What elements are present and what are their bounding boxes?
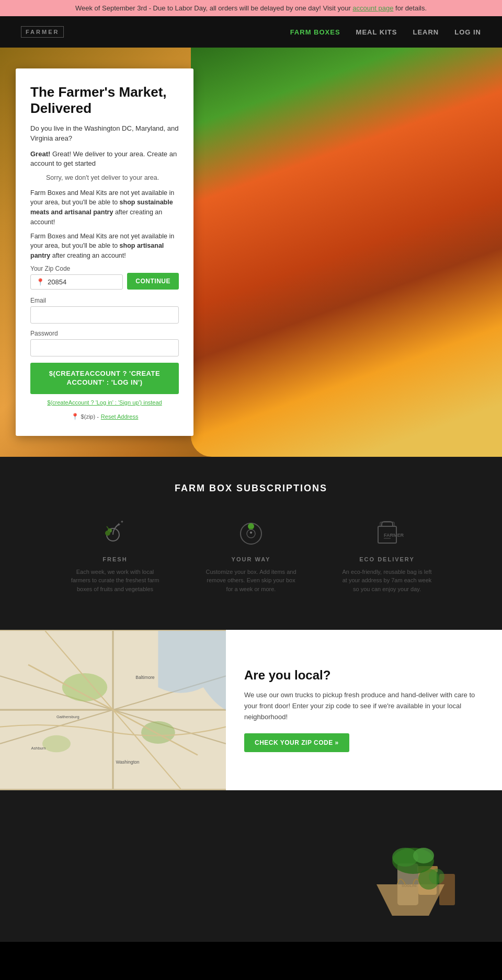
svg-text:Gaithersburg: Gaithersburg	[56, 715, 79, 720]
email-label: Email	[30, 297, 179, 304]
svg-point-8	[250, 532, 252, 534]
subscription-item-eco-delivery: FARMER ECO DELIVERY An eco-friendly, reu…	[340, 515, 434, 594]
subscriptions-section: FARM BOX SUBSCRIPTIONS ✦ ✦ FRESH Each we…	[0, 457, 502, 630]
carrot-background	[191, 48, 502, 457]
continue-button[interactable]: CONTINUE	[127, 273, 179, 290]
nav-link-learn[interactable]: Learn	[413, 28, 439, 36]
subscriptions-title: FARM BOX SUBSCRIPTIONS	[21, 483, 481, 494]
reset-address-row: 📍 $(zip) - Reset Address	[30, 413, 179, 420]
navigation: FARMER Farm Boxes Meal Kits Learn Log In	[0, 16, 502, 48]
local-description: We use our own trucks to pickup fresh pr…	[244, 690, 484, 722]
alt-action-link[interactable]: $(createAccount ? 'Log in' : 'Sign up') …	[30, 399, 179, 406]
subscriptions-icons-row: ✦ ✦ FRESH Each week, we work with local …	[21, 515, 481, 594]
local-map: Baltimore Gaithersburg Washington Ashbur…	[0, 630, 226, 790]
password-group: Password	[30, 330, 179, 356]
svg-text:Baltimore: Baltimore	[135, 675, 155, 680]
sorry-message: Sorry, we don't yet deliver to your area…	[30, 174, 179, 183]
great-message: Great! Great! We deliver to your area. C…	[30, 149, 179, 168]
your-way-title: YOUR WAY	[232, 556, 271, 562]
nav-link-meal-kits[interactable]: Meal Kits	[356, 28, 397, 36]
your-way-icon	[234, 515, 268, 549]
subscription-item-your-way: YOUR WAY Customize your box. Add items a…	[204, 515, 298, 594]
nav-item-meal-kits[interactable]: Meal Kits	[356, 27, 397, 37]
bottom-section: SOGLINI	[0, 790, 502, 942]
nav-item-learn[interactable]: Learn	[413, 27, 439, 37]
form-card: The Farmer's Market, Delivered Do you li…	[16, 68, 193, 436]
hero-title: The Farmer's Market, Delivered	[30, 84, 179, 117]
email-group: Email	[30, 297, 179, 324]
nav-item-login[interactable]: Log In	[454, 27, 481, 37]
area-message-1: Farm Boxes and Meal Kits are not yet ava…	[30, 188, 179, 227]
svg-point-20	[42, 735, 71, 752]
announcement-text-after: for details.	[393, 4, 427, 12]
svg-text:Ashburn: Ashburn	[31, 746, 45, 751]
your-way-desc: Customize your box. Add items and remove…	[204, 568, 298, 594]
local-content: Are you local? We use our own trucks to …	[226, 630, 502, 790]
svg-rect-12	[384, 538, 391, 539]
svg-point-36	[429, 869, 444, 884]
hero-section: The Farmer's Market, Delivered Do you li…	[0, 48, 502, 457]
svg-text:FARMER: FARMER	[384, 533, 404, 538]
password-input[interactable]	[30, 339, 179, 356]
email-input[interactable]	[30, 306, 179, 324]
pin-icon: 📍	[71, 413, 79, 420]
local-title: Are you local?	[244, 668, 484, 683]
eco-delivery-desc: An eco-friendly, reusable bag is left at…	[340, 568, 434, 594]
reset-address-link[interactable]: Reset Address	[101, 413, 139, 420]
zip-group: Your Zip Code 📍	[30, 265, 123, 290]
account-page-link[interactable]: account page	[352, 4, 393, 12]
svg-point-2	[105, 531, 110, 536]
grocery-illustration: SOGLINI	[324, 801, 481, 931]
fresh-title: FRESH	[102, 556, 127, 562]
zip-row: Your Zip Code 📍 CONTINUE	[30, 265, 179, 290]
hero-subtitle: Do you live in the Washington DC, Maryla…	[30, 124, 179, 143]
local-section: Baltimore Gaithersburg Washington Ashbur…	[0, 630, 502, 790]
area-message-2: Farm Boxes and Meal Kits are not yet ava…	[30, 232, 179, 261]
svg-text:Washington: Washington	[116, 759, 139, 765]
eco-delivery-title: ECO DELIVERY	[359, 556, 415, 562]
zip-input[interactable]	[48, 278, 89, 286]
fresh-icon: ✦ ✦	[98, 515, 132, 549]
svg-point-34	[413, 848, 434, 863]
create-account-button[interactable]: $(createAccount ? 'CREATE ACCOUNT' : 'LO…	[30, 363, 179, 394]
password-label: Password	[30, 330, 179, 337]
nav-link-farm-boxes[interactable]: Farm Boxes	[290, 28, 340, 36]
announcement-text-before: Week of September 3rd - Due to Labor Day…	[75, 4, 352, 12]
announcement-bar: Week of September 3rd - Due to Labor Day…	[0, 0, 502, 16]
check-zip-button[interactable]: CHECK YOUR ZIP CODE »	[244, 733, 349, 752]
subscription-item-fresh: ✦ ✦ FRESH Each week, we work with local …	[68, 515, 162, 594]
nav-links: Farm Boxes Meal Kits Learn Log In	[290, 27, 481, 37]
fresh-desc: Each week, we work with local farmers to…	[68, 568, 162, 594]
nav-link-login[interactable]: Log In	[454, 28, 481, 36]
eco-delivery-icon: FARMER	[370, 515, 404, 549]
zip-display: $(zip) -	[81, 413, 99, 420]
zip-label: Your Zip Code	[30, 265, 123, 272]
location-icon: 📍	[36, 278, 44, 286]
zip-input-wrap: 📍	[30, 274, 123, 290]
svg-text:✦: ✦	[120, 520, 124, 524]
logo: FARMER	[21, 26, 64, 38]
nav-item-farm-boxes[interactable]: Farm Boxes	[290, 27, 340, 37]
